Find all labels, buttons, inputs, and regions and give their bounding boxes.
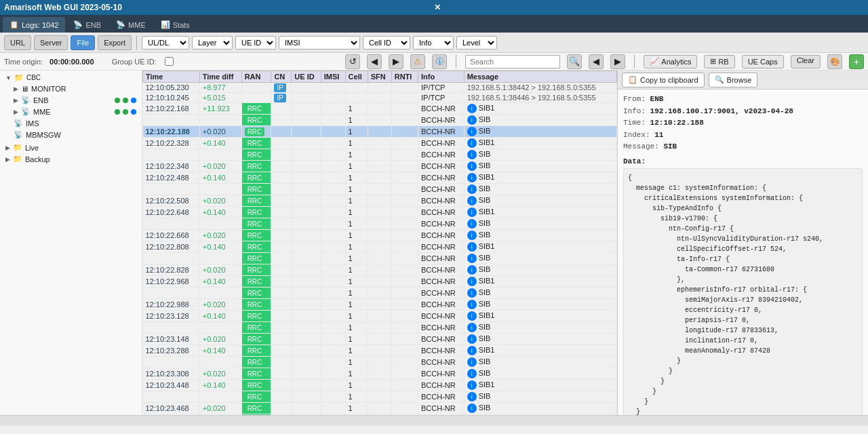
nav-forward-button[interactable]: ▶: [389, 54, 403, 69]
table-row[interactable]: RRC1BCCH-NRiSIB: [143, 149, 617, 161]
group-ue-checkbox[interactable]: [165, 57, 174, 66]
table-row[interactable]: 12:10:22.968+0.140RRC1BCCH-NRiSIB1: [143, 276, 617, 288]
table-row[interactable]: RRC1BCCH-NRiSIB: [143, 357, 617, 368]
message-label: Message:: [623, 142, 663, 151]
tab-mme[interactable]: 📡 MME: [109, 17, 153, 33]
level-select[interactable]: Level: [456, 36, 497, 50]
nav-next-search[interactable]: ▶: [610, 54, 625, 69]
col-ueid[interactable]: UE ID: [292, 71, 321, 83]
from-label: From:: [623, 95, 650, 103]
clear-label: Clear: [797, 56, 814, 64]
col-rnti[interactable]: RNTI: [391, 71, 418, 83]
table-row[interactable]: 12:10:23.608+0.140RRC1BCCH-NRiSIB1: [143, 414, 617, 416]
table-row[interactable]: 12:10:22.828+0.020RRC1BCCH-NRiSIB: [143, 264, 617, 276]
table-row[interactable]: 12:10:05.230+8.977IPIP/TCP192.168.5.1:38…: [143, 83, 617, 93]
table-row[interactable]: 12:10:22.488+0.140RRC1BCCH-NRiSIB1: [143, 172, 617, 184]
export-button[interactable]: Export: [98, 35, 132, 50]
table-row[interactable]: 12:10:22.188+0.020RRC1BCCH-NRiSIB: [143, 126, 617, 138]
close-icon[interactable]: ✕: [434, 3, 864, 12]
sidebar-item-ims[interactable]: 📡 IMS: [0, 117, 142, 129]
enb-status-3: [131, 98, 136, 103]
table-row[interactable]: 12:10:22.328+0.140RRC1BCCH-NRiSIB1: [143, 138, 617, 149]
nav-alert-button[interactable]: ⚠: [410, 54, 425, 69]
server-button[interactable]: Server: [34, 35, 68, 50]
table-row[interactable]: RRC1BCCH-NRiSIB: [143, 253, 617, 264]
rb-button[interactable]: ⊞ RB: [704, 55, 734, 68]
file-label: File: [77, 39, 89, 47]
filter-icon-button[interactable]: 🔍: [567, 54, 582, 69]
info-ip-value: 192.168.100.17:9001, v2023-04-28: [650, 107, 793, 115]
mme-icon: 📡: [116, 20, 125, 29]
search-input[interactable]: [465, 55, 560, 68]
table-row[interactable]: RRC1BCCH-NRiSIB: [143, 218, 617, 230]
imsi-select[interactable]: IMSI: [279, 36, 360, 50]
col-message[interactable]: Message: [464, 71, 616, 83]
table-row[interactable]: RRC1BCCH-NRiSIB: [143, 391, 617, 403]
nav-prev-search[interactable]: ◀: [589, 54, 604, 69]
table-row[interactable]: 12:10:22.668+0.020RRC1BCCH-NRiSIB: [143, 230, 617, 241]
table-scroll[interactable]: Time Time diff RAN CN UE ID IMSI Cell SF…: [142, 71, 617, 415]
table-row[interactable]: 12:10:10.245+5.015IPIP/TCP192.168.5.1:38…: [143, 93, 617, 103]
sidebar-item-live[interactable]: ▶ 📁 Live: [0, 142, 142, 153]
info-select[interactable]: Info: [413, 36, 454, 50]
table-row[interactable]: 12:10:23.448+0.140RRC1BCCH-NRiSIB1: [143, 380, 617, 391]
table-row[interactable]: 12:10:22.988+0.020RRC1BCCH-NRiSIB: [143, 299, 617, 311]
table-row[interactable]: 12:10:23.288+0.140RRC1BCCH-NRiSIB1: [143, 345, 617, 357]
col-sfn[interactable]: SFN: [368, 71, 391, 83]
ueid-select[interactable]: UE ID: [235, 36, 276, 50]
mbmsgw-icon: 📡: [14, 130, 23, 139]
backup-icon: 📁: [13, 155, 22, 163]
table-row[interactable]: 12:10:22.808+0.140RRC1BCCH-NRiSIB1: [143, 241, 617, 253]
sidebar-item-backup[interactable]: ▶ 📁 Backup: [0, 153, 142, 165]
file-button[interactable]: File: [71, 35, 95, 50]
nav-back-button[interactable]: ◀: [367, 54, 382, 69]
col-imsi[interactable]: IMSI: [321, 71, 345, 83]
add-filter-button[interactable]: +: [849, 54, 864, 69]
layer-select[interactable]: Layer: [192, 36, 233, 50]
url-button[interactable]: URL: [4, 35, 31, 50]
sidebar-group-cbc: ▼ 📁 cbc ▶ 🖥 MONITOR ▶ 📡 ENB ▶ 📡 MME: [0, 71, 142, 142]
copy-clipboard-button[interactable]: 📋 Copy to clipboard: [622, 73, 705, 87]
sidebar-item-mme[interactable]: ▶ 📡 MME: [0, 106, 142, 117]
sidebar-item-cbc[interactable]: ▼ 📁 cbc: [0, 72, 142, 83]
nav-restart-button[interactable]: ↺: [345, 54, 360, 69]
sidebar-item-enb[interactable]: ▶ 📡 ENB: [0, 94, 142, 106]
export-label: Export: [104, 39, 125, 47]
table-row[interactable]: RRC1BCCH-NRiSIB: [143, 184, 617, 195]
analytics-button[interactable]: 📈 Analytics: [644, 55, 697, 68]
col-info[interactable]: Info: [418, 71, 465, 83]
tab-stats[interactable]: 📊 Stats: [154, 17, 197, 33]
logs-icon: 📋: [9, 20, 19, 29]
col-timediff[interactable]: Time diff: [199, 71, 241, 83]
color-picker-button[interactable]: 🎨: [827, 54, 842, 69]
table-row[interactable]: RRC1BCCH-NRiSIB: [143, 115, 617, 126]
table-row[interactable]: 12:10:22.508+0.020RRC1BCCH-NRiSIB: [143, 195, 617, 207]
col-ran[interactable]: RAN: [241, 71, 271, 83]
table-row[interactable]: 12:10:22.168+11.923RRC1BCCH-NRiSIB1: [143, 103, 617, 115]
table-row[interactable]: 12:10:23.468+0.020RRC1BCCH-NRiSIB: [143, 403, 617, 414]
cellid-select[interactable]: Cell ID: [363, 36, 410, 50]
table-row[interactable]: 12:10:23.148+0.020RRC1BCCH-NRiSIB: [143, 334, 617, 345]
nav-info-button[interactable]: 🛈: [432, 54, 447, 69]
browse-button[interactable]: 🔍 Browse: [709, 73, 758, 87]
table-row[interactable]: 12:10:23.128+0.140RRC1BCCH-NRiSIB1: [143, 311, 617, 322]
cbc-folder-icon: 📁: [14, 73, 24, 82]
col-cell[interactable]: Cell: [345, 71, 368, 83]
sidebar-item-monitor[interactable]: ▶ 🖥 MONITOR: [0, 83, 142, 94]
table-row[interactable]: 12:10:22.348+0.020RRC1BCCH-NRiSIB: [143, 161, 617, 172]
level-filter: Level: [456, 36, 497, 50]
col-time[interactable]: Time: [143, 71, 200, 83]
table-row[interactable]: RRC1BCCH-NRiSIB: [143, 322, 617, 334]
tab-logs[interactable]: 📋 Logs: 1042: [3, 17, 65, 33]
table-row[interactable]: 12:10:22.648+0.140RRC1BCCH-NRiSIB1: [143, 207, 617, 218]
tab-enb[interactable]: 📡 ENB: [66, 17, 108, 33]
monitor-label: MONITOR: [31, 85, 136, 93]
table-row[interactable]: RRC1BCCH-NRiSIB: [143, 288, 617, 299]
sidebar-item-mbmsgw[interactable]: 📡 MBMSGW: [0, 129, 142, 140]
uldl-select[interactable]: UL/DL: [142, 36, 189, 50]
clear-button[interactable]: Clear: [791, 55, 821, 68]
col-cn[interactable]: CN: [271, 71, 292, 83]
table-row[interactable]: 12:10:23.308+0.020RRC1BCCH-NRiSIB: [143, 368, 617, 380]
message-info: From: ENB Info: 192.168.100.17:9001, v20…: [623, 94, 863, 153]
ue-caps-button[interactable]: UE Caps: [742, 55, 784, 68]
